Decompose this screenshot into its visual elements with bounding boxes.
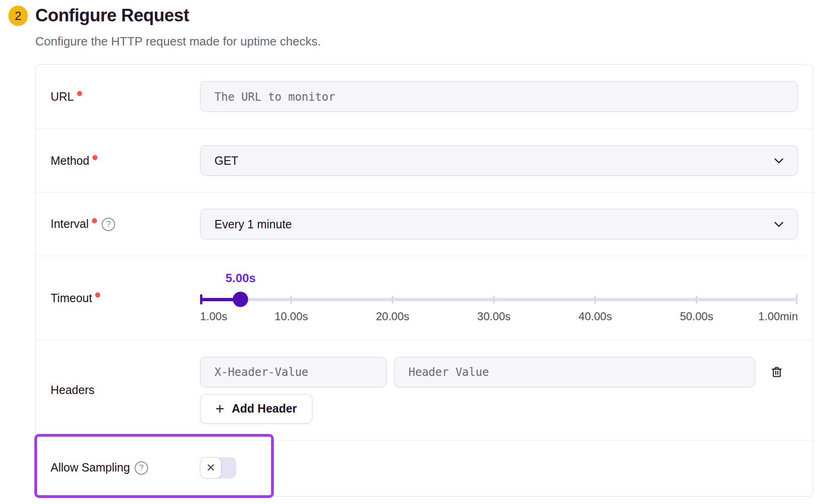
form-row-url: URL: [36, 65, 813, 129]
required-indicator: [92, 155, 97, 160]
url-label-text: URL: [51, 90, 74, 103]
url-label: URL: [51, 90, 200, 103]
timeout-tick-label: 50.00s: [680, 310, 713, 323]
interval-select[interactable]: Every 1 minute: [200, 209, 798, 239]
delete-header-button[interactable]: [755, 357, 798, 388]
form-row-method: Method GET: [36, 129, 813, 192]
add-header-button[interactable]: + Add Header: [200, 394, 312, 424]
timeout-rail-tick: [290, 296, 292, 304]
timeout-rail-tick: [493, 296, 495, 304]
form-row-interval: Interval ? Every 1 minute: [36, 192, 813, 256]
header-value-input[interactable]: [394, 357, 755, 388]
form-row-headers: Headers: [36, 340, 813, 440]
trash-icon: [771, 366, 783, 378]
method-label: Method: [51, 154, 200, 168]
timeout-tick-label: 10.00s: [274, 310, 308, 323]
timeout-label: Timeout: [51, 291, 200, 305]
chevron-down-icon: [772, 154, 785, 167]
timeout-value: 5.00s: [226, 271, 256, 285]
interval-label: Interval ?: [51, 217, 200, 231]
header-row: [200, 357, 798, 388]
help-icon[interactable]: ?: [102, 218, 115, 231]
required-indicator: [92, 218, 97, 223]
timeout-tick-label: 1.00s: [200, 310, 227, 323]
timeout-slider-rail[interactable]: [200, 298, 798, 301]
timeout-tick-label: 30.00s: [477, 310, 511, 323]
required-indicator: [95, 292, 100, 297]
config-panel: URL Method GET Interval ?: [35, 64, 813, 497]
method-select-value: GET: [214, 154, 238, 168]
allow-sampling-label-text: Allow Sampling: [51, 461, 130, 474]
timeout-tick-labels: 1.00s 10.00s 20.00s 30.00s 40.00s 50.00s…: [200, 310, 798, 324]
help-icon[interactable]: ?: [135, 461, 148, 475]
headers-label-text: Headers: [51, 383, 95, 397]
form-row-allow-sampling: Allow Sampling ? ✕: [36, 440, 813, 495]
timeout-tick-label: 40.00s: [578, 310, 612, 323]
method-select[interactable]: GET: [200, 145, 798, 176]
headers-label: Headers: [51, 383, 200, 397]
header-name-input[interactable]: [200, 357, 387, 388]
timeout-rail-tick: [594, 296, 596, 304]
interval-label-text: Interval: [51, 217, 89, 231]
allow-sampling-toggle[interactable]: ✕: [200, 457, 236, 478]
page-subtitle: Configure the HTTP request made for upti…: [35, 34, 321, 49]
timeout-rail-tick: [696, 296, 698, 304]
timeout-slider[interactable]: 5.00s 1.00s 10.00s 20.00s 30.00s 40.00s …: [200, 270, 798, 326]
url-input[interactable]: [200, 81, 798, 112]
interval-select-value: Every 1 minute: [214, 218, 292, 231]
page-title: Configure Request: [35, 6, 189, 26]
allow-sampling-label: Allow Sampling ?: [51, 461, 200, 475]
timeout-tick-label: 20.00s: [376, 310, 409, 323]
timeout-slider-thumb[interactable]: [233, 292, 248, 307]
required-indicator: [77, 91, 82, 96]
toggle-knob: ✕: [200, 457, 221, 478]
timeout-tick-label: 1.00min: [758, 310, 798, 323]
timeout-label-text: Timeout: [51, 291, 92, 305]
x-icon: ✕: [206, 461, 215, 474]
add-header-button-label: Add Header: [232, 402, 297, 415]
chevron-down-icon: [772, 218, 785, 231]
step-badge: 2: [8, 6, 28, 26]
method-label-text: Method: [51, 154, 89, 168]
plus-icon: +: [215, 401, 224, 416]
timeout-rail-end-cap: [796, 294, 798, 304]
form-row-timeout: Timeout 5.00s 1.00s 10.00s 20.00s: [36, 256, 813, 340]
timeout-rail-tick: [392, 296, 394, 304]
